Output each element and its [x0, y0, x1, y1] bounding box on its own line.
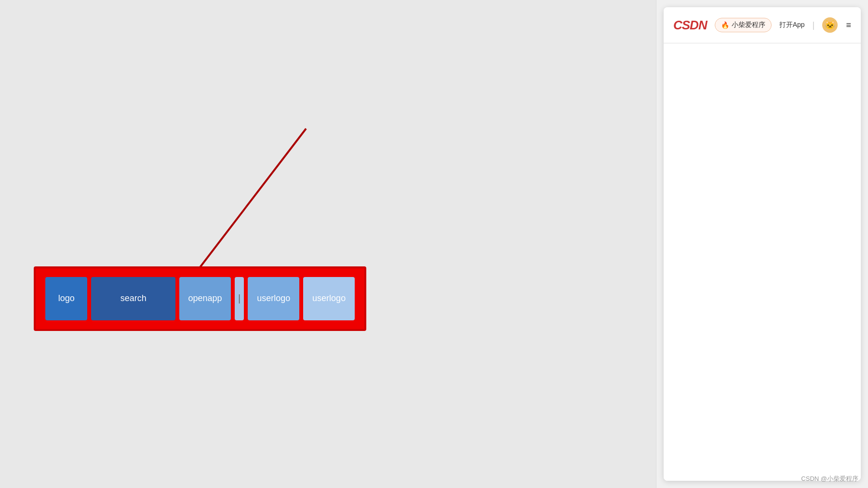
diagram-container: logo search openapp | userlogo userlogo	[31, 100, 369, 389]
csdn-logo: CSDN	[673, 18, 707, 33]
left-diagram-area: logo search openapp | userlogo userlogo	[0, 0, 400, 488]
right-panel: CSDN 🔥 小柴爱程序 打开App | 🐱 ≡	[656, 0, 868, 488]
component-bar: logo search openapp | userlogo userlogo	[34, 266, 366, 331]
openapp-component: openapp	[179, 277, 231, 320]
menu-icon[interactable]: ≡	[846, 20, 851, 30]
user-avatar[interactable]: 🐱	[822, 17, 838, 33]
browser-window: CSDN 🔥 小柴爱程序 打开App | 🐱 ≡	[664, 7, 861, 481]
xiaochai-button[interactable]: 🔥 小柴爱程序	[715, 18, 772, 32]
header-divider: |	[813, 20, 815, 30]
xiaochai-label: 小柴爱程序	[732, 21, 765, 29]
logo-component: logo	[45, 277, 87, 320]
search-component: search	[91, 277, 175, 320]
footer-watermark: CSDN @小柴爱程序	[801, 475, 858, 483]
browser-header: CSDN 🔥 小柴爱程序 打开App | 🐱 ≡	[664, 7, 861, 43]
browser-body	[664, 43, 861, 481]
userlogo1-component: userlogo	[248, 277, 299, 320]
userlogo2-component: userlogo	[303, 277, 355, 320]
divider-component: |	[235, 277, 244, 320]
openapp-button[interactable]: 打开App	[779, 21, 805, 29]
fire-icon: 🔥	[721, 21, 729, 29]
